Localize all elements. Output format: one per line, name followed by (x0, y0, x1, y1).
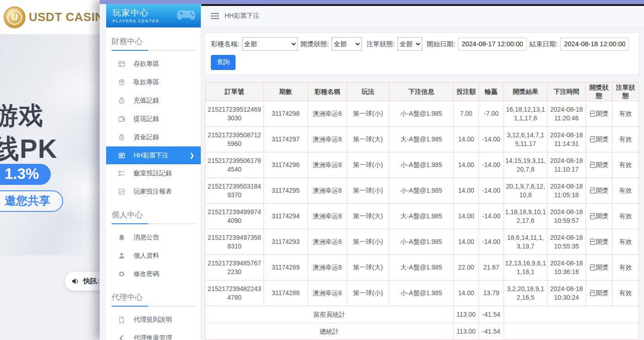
sidebar-item-label: 玩家投注報表 (134, 188, 172, 196)
table-cell: 21.67 (479, 255, 504, 281)
summary-empty (504, 323, 639, 340)
table-cell: 31174297 (264, 127, 308, 152)
sidebar-item-label: 充值記錄 (134, 97, 159, 105)
table-cell: 已開獎 (586, 229, 612, 255)
hamburger-menu-icon[interactable] (211, 13, 219, 19)
sidebar-item-玩家投注報表[interactable]: 玩家投注報表❯ (106, 183, 201, 201)
order-status-label: 注單狀態: (366, 40, 395, 49)
draw-status-select[interactable]: 全部 (332, 37, 362, 51)
table-cell: 有效 (612, 152, 639, 178)
lottery-name-label: 彩種名稱: (211, 40, 239, 49)
table-cell: 2152172395061784540 (205, 152, 264, 178)
wallet-icon (118, 115, 125, 123)
table-cell: 有效 (612, 101, 639, 127)
sidebar-item-個人資料[interactable]: 個人資料❯ (106, 247, 201, 265)
top-purple-strip (100, 0, 644, 4)
table-row: 215217239485767223031174289澳洲幸运8第一球(大)大-… (205, 255, 639, 281)
sidebar-section-title: 個人中心 (112, 210, 195, 220)
sidebar-section-title: 財務中心 (112, 36, 195, 47)
table-cell: 已開獎 (586, 281, 612, 306)
sidebar-item-存款專區[interactable]: 存款專區❯ (106, 55, 201, 73)
table-cell: 2152172395031849370 (205, 178, 264, 204)
table-cell: 第一球(大) (347, 255, 389, 281)
table-cell: 已開獎 (586, 152, 612, 178)
usdt-coin-logo-icon[interactable]: U (4, 6, 26, 28)
section-underline (112, 50, 195, 51)
table-cell: 2024-08-18 11:10:17 (547, 152, 586, 178)
table-cell: 2152172394999744090 (205, 204, 264, 229)
sidebar-item-HH彩票下注[interactable]: HH彩票下注❯ (106, 146, 201, 164)
table-cell: 14.00 (454, 152, 479, 178)
sidebar-item-label: HH彩票下注 (134, 151, 168, 160)
table-cell: 已開獎 (586, 204, 612, 229)
table-cell: 14.00 (454, 281, 479, 306)
table-cell: 第一球(小) (347, 178, 389, 204)
column-header: 下注信息 (389, 83, 454, 101)
search-button[interactable]: 查詢 (211, 55, 236, 70)
table-cell: 22.00 (454, 255, 479, 281)
table-cell: 小-A盤@1.985 (389, 101, 454, 127)
table-cell: 有效 (612, 127, 639, 152)
banner-cta-button[interactable]: 邀您共享 (0, 190, 63, 212)
sidebar-item-充值記錄[interactable]: 充值記錄❯ (106, 92, 201, 110)
section-underline (112, 306, 195, 307)
table-row: 215217239508712596031174297澳洲幸运8第一球(大)大-… (205, 127, 639, 152)
table-cell: 已開獎 (586, 255, 612, 281)
lottery-name-select[interactable]: 全部 (242, 37, 298, 51)
table-cell: 18,6,14,11,1,3,19,7 (504, 229, 547, 255)
table-cell: -7.00 (479, 101, 504, 127)
summary-bet-total: 113.00 (454, 323, 479, 340)
gamepad-icon (175, 8, 197, 24)
table-cell: 第一球(大) (347, 127, 389, 152)
start-date-input[interactable] (458, 38, 526, 51)
main-area: HH彩票下注 彩種名稱: 全部 開獎狀態: 全部 注單狀態: (201, 4, 644, 340)
table-cell: 3,12,6,14,7,15,11,17 (504, 127, 547, 152)
end-date-input[interactable] (560, 38, 629, 51)
table-cell: 有效 (612, 229, 639, 255)
document-icon (118, 316, 125, 324)
column-header: 彩種名稱 (308, 83, 347, 101)
sidebar-item-資金記錄[interactable]: 資金記錄❯ (106, 128, 201, 146)
players-center-page: 玩家中心 PLAYERS CENTER 財務中心存款專區❯取款專區❯充值記錄❯提… (100, 0, 644, 340)
sidebar-item-label: 廳室投註記錄 (134, 169, 172, 178)
table-cell: 20,1,9,7,6,12,10,8 (504, 178, 547, 204)
sidebar-item-代理規則說明[interactable]: 代理規則說明❯ (106, 311, 201, 329)
table-cell: 澳洲幸运8 (308, 281, 347, 306)
report-chart-icon (118, 188, 125, 195)
user-icon (118, 252, 125, 259)
table-cell: 大-A盤@1.985 (389, 127, 454, 152)
table-cell: 2024-08-18 10:30:24 (547, 281, 586, 306)
column-header: 期數 (264, 83, 308, 101)
summary-empty (504, 306, 639, 323)
section-underline (112, 223, 195, 224)
gear-icon (118, 270, 125, 278)
column-header: 玩法 (347, 83, 389, 101)
order-status-select[interactable]: 全部 (397, 37, 422, 51)
table-cell: 12,13,16,9,6,11,18,1 (504, 255, 547, 281)
sidebar-item-label: 修改密碼 (134, 270, 159, 278)
lottery-list-icon (118, 152, 125, 159)
sidebar-item-label: 存款專區 (134, 60, 159, 68)
table-cell: 2024-08-18 11:20:46 (547, 101, 586, 127)
summary-win-total: -41.54 (479, 306, 504, 323)
table-cell: 有效 (612, 204, 639, 229)
sidebar-item-label: 消息公告 (134, 233, 159, 242)
column-header: 訂單號 (205, 83, 264, 101)
column-header: 輸贏 (479, 83, 504, 101)
speaker-icon (72, 278, 80, 285)
table-cell: 14.00 (454, 204, 479, 229)
banner-headline-2: 线PK (0, 131, 58, 167)
table-cell: 第一球(小) (347, 229, 389, 255)
sidebar-item-取款專區[interactable]: 取款專區❯ (106, 73, 201, 92)
sidebar-item-廳室投註記錄[interactable]: 廳室投註記錄❯ (106, 164, 201, 183)
sidebar-item-代理推廣管理[interactable]: 代理推廣管理❯ (106, 329, 201, 340)
sidebar-item-消息公告[interactable]: 消息公告❯ (106, 228, 201, 247)
table-cell: 31174298 (264, 101, 308, 127)
table-cell: 小-A盤@1.985 (389, 229, 454, 255)
table-cell: 31174295 (264, 178, 308, 204)
summary-label: 總統計 (205, 323, 454, 340)
column-header: 投注額 (454, 83, 479, 101)
sidebar-item-修改密碼[interactable]: 修改密碼❯ (106, 265, 201, 283)
table-cell: 已開獎 (586, 178, 612, 204)
sidebar-item-提現記錄[interactable]: 提現記錄❯ (106, 110, 201, 128)
